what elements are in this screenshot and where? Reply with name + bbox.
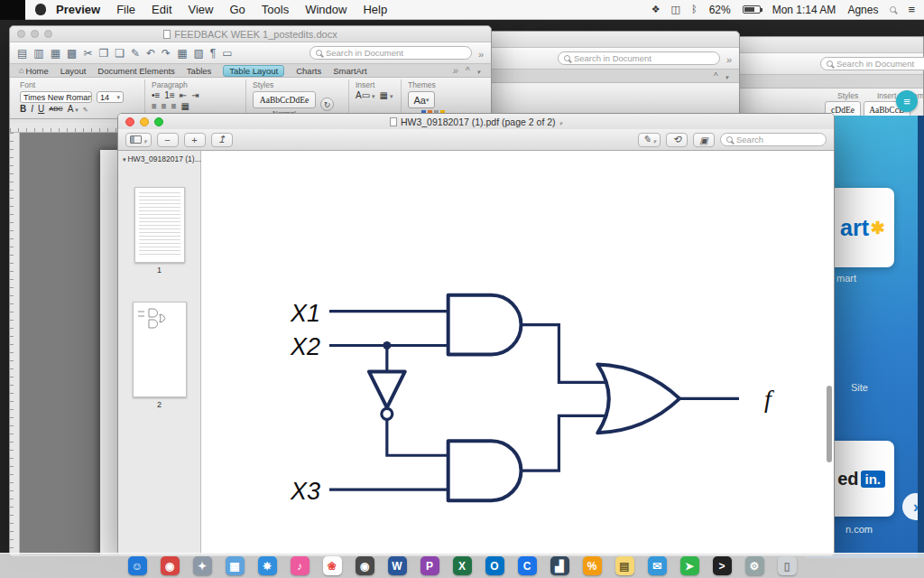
dock-stats[interactable]: ▟ — [550, 556, 569, 575]
menu-item[interactable]: Help — [363, 3, 387, 16]
dock-music[interactable]: ♪ — [291, 556, 310, 575]
gear-icon[interactable] — [725, 71, 728, 81]
word-search-field[interactable] — [310, 46, 472, 60]
menu-item[interactable]: Go — [229, 3, 245, 16]
paragraph-icon[interactable]: ⇤ — [180, 91, 187, 100]
word-mid-search-field[interactable] — [558, 51, 720, 65]
notification-center-icon[interactable] — [908, 3, 915, 16]
styles-refresh-icon[interactable] — [320, 98, 334, 111]
style-sample[interactable]: AaBbCcDdEe — [253, 91, 316, 108]
word-search-input[interactable] — [326, 48, 466, 58]
dock-settings[interactable]: ⚙ — [745, 556, 764, 575]
dock-terminal[interactable]: > — [713, 556, 732, 575]
tab-home[interactable]: Home — [19, 66, 49, 76]
chart-icon[interactable]: ▧ — [194, 48, 204, 59]
print-icon[interactable]: ▩ — [67, 48, 77, 59]
font-size-select[interactable]: 14 — [97, 91, 124, 103]
copy-icon[interactable]: ❐ — [98, 48, 108, 59]
alignment-icon[interactable]: ≡ — [171, 102, 177, 111]
insert-picture-icon[interactable]: ▦ — [380, 91, 393, 100]
menu-item[interactable]: File — [116, 3, 135, 16]
dock-outlook[interactable]: O — [485, 556, 504, 575]
apple-icon[interactable] — [35, 4, 46, 15]
window-controls[interactable] — [125, 117, 163, 126]
gear-icon[interactable] — [476, 66, 480, 76]
themes-button[interactable]: Aa — [408, 91, 435, 108]
cut-icon[interactable]: ✂ — [83, 48, 92, 59]
undo-icon[interactable]: ↶ — [146, 48, 155, 59]
paste-icon[interactable]: ❏ — [115, 48, 125, 59]
preview-search-field[interactable] — [720, 133, 827, 146]
menu-item[interactable]: View — [189, 3, 214, 16]
dock-safari[interactable]: ✵ — [258, 556, 277, 575]
ribbon-collapse-icon[interactable] — [466, 66, 470, 76]
tab-charts[interactable]: Charts — [296, 66, 321, 76]
dock-notes[interactable]: ▤ — [615, 556, 634, 575]
bold-button[interactable]: B — [20, 105, 26, 114]
word-back-search-field[interactable] — [820, 57, 924, 70]
menu-app-name[interactable]: Preview — [56, 3, 100, 16]
highlight-button[interactable] — [83, 105, 88, 114]
paragraph-icon[interactable]: 1≡ — [164, 91, 174, 100]
dock-finder[interactable]: ☺ — [128, 556, 147, 575]
spotlight-search-icon[interactable] — [890, 6, 896, 13]
keyboard-status-icon[interactable]: ❖ — [651, 4, 661, 15]
dock-chrome[interactable]: C — [518, 556, 537, 575]
zoom-icon[interactable] — [154, 117, 163, 126]
new-document-icon[interactable]: ▤ — [17, 48, 27, 59]
minimize-icon[interactable] — [140, 117, 149, 126]
page-2-thumbnail[interactable] — [133, 302, 187, 397]
browser-menu-icon[interactable] — [896, 90, 918, 112]
close-icon[interactable] — [125, 117, 134, 126]
italic-button[interactable]: I — [31, 105, 33, 114]
alignment-icon[interactable]: ≡ — [152, 102, 157, 111]
font-name-select[interactable]: Times New Roman — [20, 91, 92, 103]
tab-table-layout[interactable]: Table Layout — [223, 65, 284, 77]
tabs-overflow-icon[interactable] — [453, 65, 458, 76]
toolbar-overflow-icon[interactable] — [726, 51, 732, 67]
tab-document-elements[interactable]: Document Elements — [97, 66, 175, 76]
tab-layout[interactable]: Layout — [60, 66, 87, 76]
pilcrow-icon[interactable]: ¶ — [210, 48, 216, 59]
markup-button[interactable] — [638, 133, 661, 147]
tab-tables[interactable]: Tables — [187, 66, 211, 76]
dock-trash[interactable]: ▯ — [778, 556, 797, 575]
word-back-search-input[interactable] — [836, 59, 924, 69]
format-painter-icon[interactable]: ✎ — [131, 48, 140, 59]
alignment-icon[interactable]: ≡ — [162, 102, 167, 111]
dock-mail[interactable]: ✉ — [648, 556, 667, 575]
vertical-ruler[interactable] — [10, 133, 20, 555]
ribbon-collapse-icon[interactable] — [714, 71, 718, 81]
sidebar-view-button[interactable] — [125, 133, 152, 147]
dock-launchpad[interactable]: ✦ — [193, 556, 212, 575]
insert-textbox-icon[interactable]: A▭ — [356, 91, 375, 100]
menu-user[interactable]: Agnes — [847, 4, 878, 16]
battery-icon[interactable] — [743, 5, 761, 14]
dock-maps[interactable]: ➤ — [680, 556, 699, 575]
preview-search-input[interactable] — [736, 135, 820, 144]
menu-item[interactable]: Edit — [152, 3, 171, 16]
dock-word[interactable]: W — [388, 556, 407, 575]
sidebar-document-label[interactable]: HW3_09182017 (1).... — [118, 151, 201, 163]
bluetooth-icon[interactable]: ᛒ — [691, 4, 698, 15]
dock-camera[interactable]: ◉ — [356, 556, 374, 575]
zoom-out-button[interactable]: − — [157, 133, 179, 147]
paragraph-icon[interactable]: ⇥ — [191, 91, 199, 100]
menu-clock[interactable]: Mon 1:14 AM — [772, 4, 836, 16]
window-controls[interactable] — [17, 30, 52, 38]
open-icon[interactable]: ▥ — [33, 48, 43, 59]
tab-smartart[interactable]: SmartArt — [333, 66, 366, 76]
dock-mission-control[interactable]: ▦ — [226, 556, 245, 575]
share-button[interactable] — [211, 133, 233, 147]
dock-calculator[interactable]: % — [583, 556, 602, 575]
site-link[interactable]: Site — [851, 382, 868, 393]
dock-photos[interactable]: ❀ — [323, 556, 342, 575]
save-icon[interactable]: ▦ — [51, 48, 60, 59]
redo-icon[interactable]: ↷ — [162, 48, 171, 59]
dock-powerpoint[interactable]: P — [420, 556, 439, 575]
strikethrough-button[interactable]: ABC — [49, 106, 62, 113]
display-status-icon[interactable]: ◫ — [671, 4, 680, 15]
page-1-thumbnail[interactable] — [134, 187, 185, 263]
rotate-button[interactable] — [666, 133, 688, 147]
dock-siri[interactable]: ◉ — [161, 556, 180, 575]
